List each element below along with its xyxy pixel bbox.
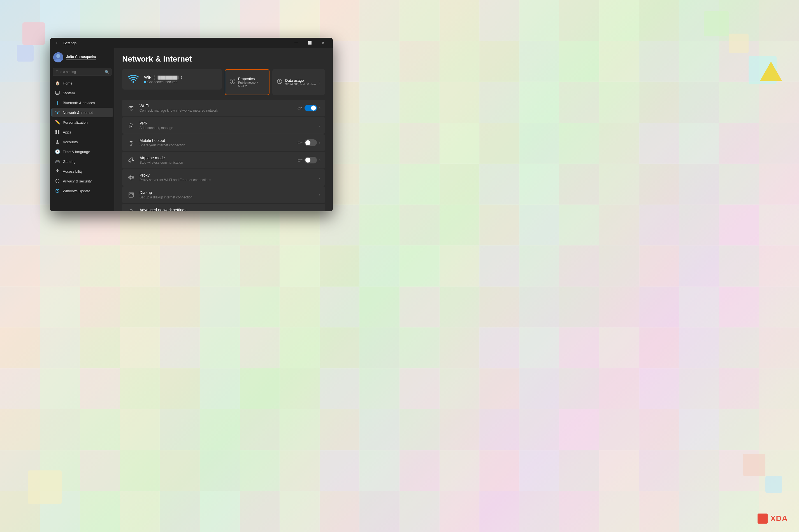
airplane-item-title: Airplane mode xyxy=(140,156,294,160)
airplane-chevron: › xyxy=(319,158,321,162)
sidebar-item-bluetooth[interactable]: Bluetooth & devices xyxy=(52,98,113,108)
airplane-toggle-thumb xyxy=(305,157,310,163)
hotspot-toggle[interactable] xyxy=(305,139,317,146)
hotspot-item-text: Mobile hotspot Share your internet conne… xyxy=(140,138,294,147)
svg-rect-3 xyxy=(55,91,59,94)
search-input[interactable] xyxy=(53,68,111,76)
settings-item-vpn[interactable]: VPN Add, connect, manage › xyxy=(122,117,325,134)
back-button[interactable]: ← xyxy=(53,39,61,47)
sidebar-item-home-label: Home xyxy=(63,81,73,86)
svg-point-17 xyxy=(232,80,233,81)
wifi-status: Connected, secured xyxy=(144,80,217,84)
sidebar-item-home[interactable]: 🏠 Home xyxy=(52,78,113,88)
airplane-toggle-label: Off xyxy=(297,158,302,162)
properties-label: Properties xyxy=(238,77,258,81)
apps-icon xyxy=(55,130,60,135)
proxy-item-icon xyxy=(127,173,135,182)
svg-rect-30 xyxy=(130,193,132,195)
proxy-item-text: Proxy Proxy server for Wi-Fi and Etherne… xyxy=(140,173,315,182)
svg-rect-10 xyxy=(58,132,59,134)
settings-item-dialup[interactable]: Dial-up Set up a dial-up internet connec… xyxy=(122,186,325,203)
user-info: João Carrasqueira xyxy=(66,55,96,60)
svg-rect-4 xyxy=(56,94,58,95)
sidebar-item-system[interactable]: System xyxy=(52,88,113,98)
maximize-button[interactable]: ⬜ xyxy=(303,38,316,47)
settings-item-proxy[interactable]: Proxy Proxy server for Wi-Fi and Etherne… xyxy=(122,169,325,186)
wifi-toggle[interactable] xyxy=(305,104,317,111)
wifi-ssid-bar: ████████ xyxy=(157,76,179,79)
advanced-item-title: Advanced network settings xyxy=(140,208,315,211)
svg-point-21 xyxy=(130,126,132,127)
proxy-item-desc: Proxy server for Wi-Fi and Ethernet conn… xyxy=(140,178,315,182)
vpn-item-right: › xyxy=(319,123,321,128)
airplane-item-right: Off › xyxy=(297,157,321,164)
star-decor xyxy=(760,61,782,81)
sidebar-item-gaming[interactable]: 🎮 Gaming xyxy=(52,157,113,166)
advanced-item-right: › xyxy=(319,210,321,211)
data-usage-chevron: › xyxy=(319,80,321,84)
sidebar-item-accounts-label: Accounts xyxy=(63,140,78,144)
svg-rect-9 xyxy=(55,132,57,134)
minimize-button[interactable]: — xyxy=(290,38,303,47)
window-body: João Carrasqueira 🔍 🏠 Home xyxy=(50,48,333,211)
hotspot-toggle-thumb xyxy=(305,140,310,145)
svg-point-19 xyxy=(131,110,132,111)
proxy-chevron: › xyxy=(319,175,321,180)
sidebar-item-accessibility[interactable]: Accessibility xyxy=(52,167,113,176)
search-box: 🔍 xyxy=(53,68,111,76)
properties-sub1: Public network xyxy=(238,81,258,84)
svg-point-1 xyxy=(56,54,60,58)
data-usage-card[interactable]: Data usage 92.74 GB, last 30 days › xyxy=(272,69,325,95)
advanced-item-icon xyxy=(127,208,135,211)
advanced-chevron: › xyxy=(319,210,321,211)
close-button[interactable]: ✕ xyxy=(316,38,329,47)
data-usage-sub: 92.74 GB, last 30 days xyxy=(285,82,316,86)
wifi-item-title: Wi-Fi xyxy=(140,103,294,108)
dialup-item-icon xyxy=(127,190,135,199)
properties-card[interactable]: Properties Public network 5 GHz xyxy=(225,69,270,95)
sidebar-item-network[interactable]: Network & internet xyxy=(52,108,113,117)
sidebar-item-personalization[interactable]: ✏️ Personalization xyxy=(52,117,113,127)
properties-sub2: 5 GHz xyxy=(238,84,258,88)
wifi-toggle-label: On xyxy=(297,106,302,110)
sidebar-item-personalization-label: Personalization xyxy=(63,120,88,125)
sidebar-item-privacy[interactable]: Privacy & security xyxy=(52,176,113,186)
sidebar-item-time[interactable]: 🕐 Time & language xyxy=(52,147,113,156)
search-icon: 🔍 xyxy=(105,70,109,74)
wifi-signal-icon xyxy=(127,73,140,86)
hotspot-item-title: Mobile hotspot xyxy=(140,138,294,143)
wifi-name: WiFi ( ████████ ) xyxy=(144,75,217,79)
bg-decor xyxy=(22,22,45,45)
time-icon: 🕐 xyxy=(55,149,60,154)
wifi-status-card[interactable]: WiFi ( ████████ ) Connected, secured xyxy=(122,69,222,90)
dialup-item-text: Dial-up Set up a dial-up internet connec… xyxy=(140,190,315,199)
maximize-icon: ⬜ xyxy=(308,41,312,45)
xda-watermark: XDA xyxy=(758,514,788,524)
bg-decor xyxy=(765,476,782,493)
svg-rect-25 xyxy=(130,175,132,176)
sidebar-item-apps[interactable]: Apps xyxy=(52,127,113,137)
settings-item-airplane[interactable]: Airplane mode Stop wireless communicatio… xyxy=(122,152,325,169)
dialup-chevron: › xyxy=(319,192,321,197)
top-banner: WiFi ( ████████ ) Connected, secured xyxy=(122,69,325,95)
sidebar-item-accounts[interactable]: Accounts xyxy=(52,137,113,147)
bg-decor xyxy=(704,11,729,36)
privacy-icon xyxy=(55,178,60,184)
airplane-toggle[interactable] xyxy=(305,157,317,164)
user-profile[interactable]: João Carrasqueira xyxy=(50,48,114,66)
settings-item-hotspot[interactable]: Mobile hotspot Share your internet conne… xyxy=(122,134,325,151)
wifi-item-icon xyxy=(127,103,135,113)
svg-point-6 xyxy=(57,113,58,114)
advanced-item-text: Advanced network settings View all netwo… xyxy=(140,208,315,211)
hotspot-item-desc: Share your internet connection xyxy=(140,143,294,147)
settings-item-advanced[interactable]: Advanced network settings View all netwo… xyxy=(122,204,325,211)
sidebar-item-accessibility-label: Accessibility xyxy=(63,169,83,173)
sidebar-item-system-label: System xyxy=(63,91,75,95)
hotspot-item-right: Off › xyxy=(297,139,321,146)
bg-decor xyxy=(729,34,748,53)
sidebar-item-update[interactable]: Windows Update xyxy=(52,186,113,196)
settings-item-wifi[interactable]: Wi-Fi Connect, manage known networks, me… xyxy=(122,100,325,116)
sidebar-item-gaming-label: Gaming xyxy=(63,159,76,164)
bg-decor xyxy=(28,471,62,504)
hotspot-chevron: › xyxy=(319,140,321,145)
